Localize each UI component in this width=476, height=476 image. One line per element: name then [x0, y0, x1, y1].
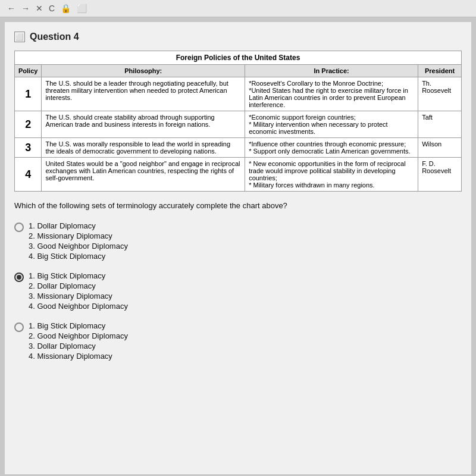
question-title: Question 4 — [30, 32, 79, 42]
col-header-policy: Policy — [15, 65, 42, 77]
answer-list-1: 1. Dollar Diplomacy 2. Missionary Diplom… — [29, 221, 128, 262]
close-button[interactable]: ✕ — [35, 4, 44, 13]
table-title: Foreign Policies of the United States — [14, 51, 462, 64]
back-button[interactable]: ← — [6, 4, 17, 13]
row-4-president: F. D. Roosevelt — [418, 158, 462, 192]
browser-chrome: ← → ✕ C 🔒 ⬜ — [0, 0, 476, 17]
answer-list-3: 1. Big Stick Diplomacy 2. Good Neighbor … — [29, 321, 128, 362]
question-icon: ⬜ — [14, 32, 25, 42]
answer-list-2: 1. Big Stick Diplomacy 2. Dollar Diploma… — [29, 271, 128, 312]
list-item: 2. Missionary Diplomacy — [29, 231, 128, 240]
table-container: Foreign Policies of the United States Po… — [14, 51, 462, 192]
table-row: 3 The U.S. was morally responsible to le… — [15, 138, 462, 158]
row-num-1: 1 — [15, 77, 42, 111]
radio-option-1[interactable] — [14, 223, 24, 232]
row-2-practice: *Economic support foreign countries;* Mi… — [245, 111, 418, 138]
col-header-president: President — [418, 65, 462, 77]
row-4-philosophy: United States would be a "good neighbor"… — [42, 158, 245, 192]
list-item: 1. Big Stick Diplomacy — [29, 321, 128, 330]
page-content: ⬜ Question 4 Foreign Policies of the Uni… — [5, 22, 471, 474]
row-3-philosophy: The U.S. was morally responsible to lead… — [42, 138, 245, 158]
table-row: 4 United States would be a "good neighbo… — [15, 158, 462, 192]
col-header-practice: In Practice: — [245, 65, 418, 77]
table-row: 1 The U.S. should be a leader through ne… — [15, 77, 462, 111]
list-item: 3. Good Neighbor Diplomacy — [29, 242, 128, 250]
list-item: 3. Missionary Diplomacy — [29, 292, 128, 300]
list-item: 1. Dollar Diplomacy — [29, 221, 128, 230]
question-header: ⬜ Question 4 — [14, 32, 462, 42]
list-item: 1. Big Stick Diplomacy — [29, 271, 128, 280]
list-item: 4. Missionary Diplomacy — [29, 352, 128, 361]
row-num-2: 2 — [15, 111, 42, 138]
answer-group-3[interactable]: 1. Big Stick Diplomacy 2. Good Neighbor … — [14, 321, 462, 362]
list-item: 2. Good Neighbor Diplomacy — [29, 331, 128, 340]
row-1-philosophy: The U.S. should be a leader through nego… — [42, 77, 245, 111]
lock-icon: 🔒 — [60, 4, 72, 13]
table-row: 2 The U.S. should create stability abroa… — [15, 111, 462, 138]
refresh-button[interactable]: C — [48, 4, 56, 13]
forward-button[interactable]: → — [20, 4, 31, 13]
row-num-4: 4 — [15, 158, 42, 192]
row-2-president: Taft — [418, 111, 462, 138]
policy-table: Policy Philosophy: In Practice: Presiden… — [14, 64, 462, 192]
row-1-president: Th. Roosevelt — [418, 77, 462, 111]
row-3-practice: *Influence other countries through econo… — [245, 138, 418, 158]
list-item: 2. Dollar Diplomacy — [29, 281, 128, 290]
row-4-practice: * New economic opportunities in the form… — [245, 158, 418, 192]
answer-group-1[interactable]: 1. Dollar Diplomacy 2. Missionary Diplom… — [14, 221, 462, 262]
list-item: 4. Big Stick Diplomacy — [29, 252, 128, 261]
list-item: 3. Dollar Diplomacy — [29, 342, 128, 350]
list-item: 4. Good Neighbor Diplomacy — [29, 302, 128, 311]
row-2-philosophy: The U.S. should create stability abroad … — [42, 111, 245, 138]
answer-group-2[interactable]: 1. Big Stick Diplomacy 2. Dollar Diploma… — [14, 271, 462, 312]
row-num-3: 3 — [15, 138, 42, 158]
row-3-president: Wilson — [418, 138, 462, 158]
row-1-practice: *Roosevelt's Corollary to the Monroe Doc… — [245, 77, 418, 111]
radio-option-3[interactable] — [14, 322, 24, 332]
radio-option-2[interactable] — [14, 273, 24, 282]
page-icon: ⬜ — [76, 4, 88, 13]
col-header-philosophy: Philosophy: — [42, 65, 245, 77]
question-prompt: Which of the following sets of terminolo… — [14, 200, 462, 212]
